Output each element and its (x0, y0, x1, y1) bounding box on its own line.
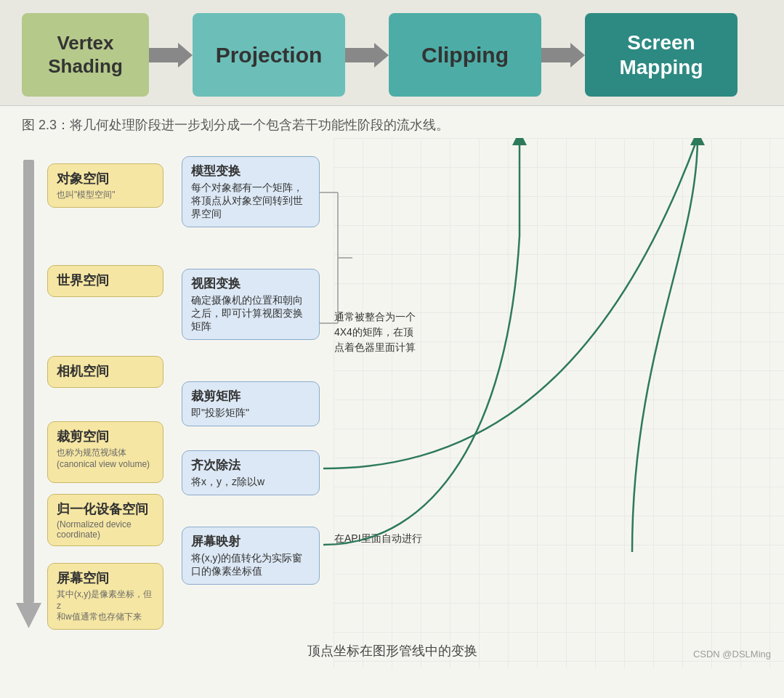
diagram-area: 对象空间 也叫"模型空间" 世界空间 相机空间 裁剪空间 也称为规范视域体 (c… (0, 138, 784, 668)
annot-api-auto-text: 在API里面自动进行 (334, 532, 422, 544)
clip-space-subtitle: 也称为规范视域体 (canonical view volume) (57, 447, 154, 469)
space-box-clip: 裁剪空间 也称为规范视域体 (canonical view volume) (47, 421, 163, 483)
arrow-3 (541, 41, 585, 70)
ndc-space-title: 归一化设备空间 (57, 500, 154, 518)
detail-box-homogeneous: 齐次除法 将x，y，z除以w (182, 450, 320, 495)
pipeline-box-vertex: Vertex Shading (22, 13, 149, 97)
space-box-ndc: 归一化设备空间 (Normalized device coordinate) (47, 494, 163, 546)
svg-marker-4 (16, 603, 41, 628)
object-space-title: 对象空间 (57, 170, 154, 187)
caption-text: 图 2.3：将几何处理阶段进一步划分成一个包含若干功能性阶段的流水线。 (22, 118, 449, 132)
screen-line2: Mapping (619, 55, 703, 80)
space-box-screen: 屏幕空间 其中(x,y)是像素坐标，但z 和w值通常也存储下来 (47, 563, 163, 630)
watermark-text: CSDN @DSLMing (693, 649, 771, 660)
detail-box-view-transform: 视图变换 确定摄像机的位置和朝向之后，即可计算视图变换矩阵 (182, 269, 320, 340)
space-box-world: 世界空间 (47, 265, 163, 297)
homogeneous-body: 将x，y，z除以w (191, 476, 310, 489)
grid-background (334, 138, 784, 668)
vertex-line1: Vertex (48, 32, 123, 54)
camera-space-title: 相机空间 (57, 362, 154, 380)
vertex-line2: Shading (48, 55, 123, 78)
arrow-2 (345, 41, 389, 70)
left-flow-arrow (16, 160, 41, 632)
object-space-subtitle: 也叫"模型空间" (57, 189, 154, 201)
screen-space-subtitle: 其中(x,y)是像素坐标，但z 和w值通常也存储下来 (57, 588, 154, 623)
space-box-camera: 相机空间 (47, 356, 163, 388)
svg-marker-0 (149, 43, 193, 68)
detail-box-model-transform: 模型变换 每个对象都有一个矩阵，将顶点从对象空间转到世界空间 (182, 156, 320, 227)
detail-box-screen-map: 屏幕映射 将(x,y)的值转化为实际窗口的像素坐标值 (182, 527, 320, 585)
watermark: CSDN @DSLMing (693, 649, 771, 660)
svg-marker-1 (345, 43, 389, 68)
screen-line1: Screen (619, 31, 703, 55)
ndc-space-subtitle: (Normalized device coordinate) (57, 519, 154, 540)
homogeneous-title: 齐次除法 (191, 457, 310, 474)
svg-rect-3 (23, 160, 34, 603)
view-transform-body: 确定摄像机的位置和朝向之后，即可计算视图变换矩阵 (191, 294, 310, 333)
projection-label: Projection (216, 43, 323, 68)
pipeline-box-screen: Screen Mapping (585, 13, 737, 97)
arrow-1 (149, 41, 193, 70)
world-space-title: 世界空间 (57, 272, 154, 289)
screen-map-body: 将(x,y)的值转化为实际窗口的像素坐标值 (191, 552, 310, 578)
model-transform-body: 每个对象都有一个矩阵，将顶点从对象空间转到世界空间 (191, 182, 310, 221)
clip-matrix-title: 裁剪矩阵 (191, 388, 310, 405)
pipeline-box-projection: Projection (193, 13, 345, 97)
clip-matrix-body: 即"投影矩阵" (191, 407, 310, 420)
annot-matrix4x4: 通常被整合为一个 4X4的矩阵，在顶 点着色器里面计算 (334, 294, 416, 355)
screen-space-title: 屏幕空间 (57, 569, 154, 587)
pipeline-section: Vertex Shading Projection Clipping Scree… (0, 0, 784, 106)
annot-matrix4x4-text: 通常被整合为一个 4X4的矩阵，在顶 点着色器里面计算 (334, 311, 416, 353)
annot-api-auto: 在API里面自动进行 (334, 516, 422, 546)
screen-map-title: 屏幕映射 (191, 533, 310, 550)
svg-marker-2 (541, 43, 585, 68)
detail-box-clip-matrix: 裁剪矩阵 即"投影矩阵" (182, 381, 320, 426)
view-transform-title: 视图变换 (191, 275, 310, 292)
bottom-caption-text: 顶点坐标在图形管线中的变换 (307, 644, 477, 658)
figure-caption: 图 2.3：将几何处理阶段进一步划分成一个包含若干功能性阶段的流水线。 (0, 106, 784, 138)
clipping-label: Clipping (421, 43, 509, 68)
bottom-caption: 顶点坐标在图形管线中的变换 (307, 642, 477, 660)
model-transform-title: 模型变换 (191, 163, 310, 179)
pipeline-box-clipping: Clipping (389, 13, 541, 97)
clip-space-title: 裁剪空间 (57, 428, 154, 445)
space-box-object: 对象空间 也叫"模型空间" (47, 163, 163, 208)
